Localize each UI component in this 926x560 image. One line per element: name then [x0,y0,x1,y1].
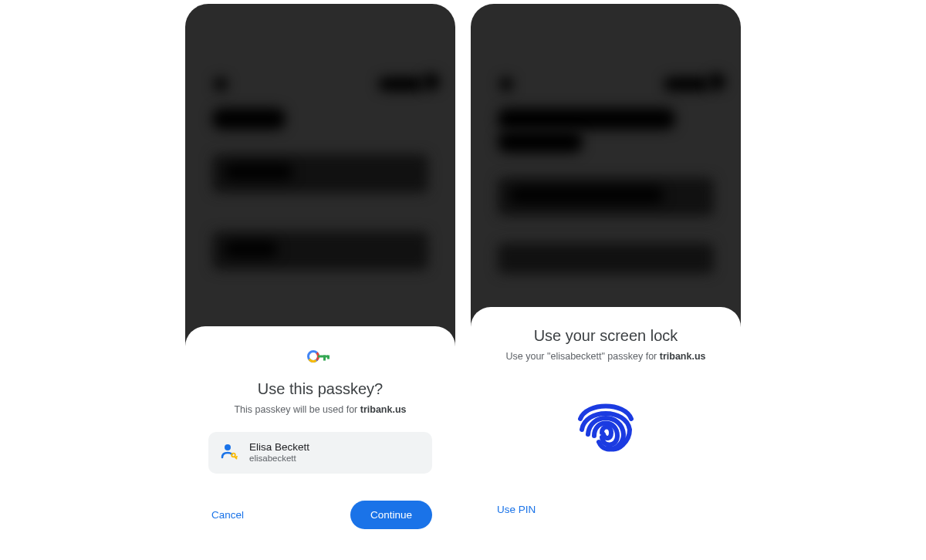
button-row-right: Use PIN [494,498,718,521]
sheet-subtitle-left: This passkey will be used for tribank.us [234,404,406,415]
sheet-subtitle-right: Use your "elisabeckett" passkey for trib… [506,351,706,362]
bg-heading-hint [212,108,286,130]
bg-heading2-hint-r [498,131,583,153]
screenlock-sheet: Use your screen lock Use your "elisabeck… [471,307,741,560]
bg-topright-hint [378,77,424,91]
bg-label1-hint [224,164,293,180]
continue-button[interactable]: Continue [350,501,432,529]
bg-label2-hint [224,241,278,257]
account-name: Elisa Beckett [249,441,309,454]
bg-close-hint [214,77,228,91]
bg-close-hint-r [499,77,513,91]
account-username: elisabeckett [249,454,309,464]
svg-rect-3 [318,356,328,358]
bg-avatar-hint [423,73,440,90]
use-pin-button[interactable]: Use PIN [494,498,539,521]
fingerprint-icon[interactable] [563,386,648,474]
button-row-left: Cancel Continue [208,501,432,529]
account-info: Elisa Beckett elisabeckett [249,441,309,464]
bg-field2-hint-r [498,243,714,274]
bg-label1-hint-r [509,187,664,203]
person-key-icon [219,441,239,464]
phone-left: Use this passkey? This passkey will be u… [185,4,455,560]
svg-rect-5 [327,356,330,359]
sheet-title-right: Use your screen lock [534,327,678,345]
cancel-button[interactable]: Cancel [208,503,247,527]
sheet-title-left: Use this passkey? [258,380,383,398]
google-key-icon [306,349,334,366]
account-card[interactable]: Elisa Beckett elisabeckett [208,432,432,474]
bg-topright-hint-r [664,77,710,91]
bg-heading1-hint-r [498,108,675,130]
svg-point-6 [225,444,231,450]
passkey-sheet: Use this passkey? This passkey will be u… [185,326,455,560]
svg-rect-4 [323,356,326,361]
phone-right: Use your screen lock Use your "elisabeck… [471,4,741,560]
bg-avatar-hint-r [708,73,725,90]
